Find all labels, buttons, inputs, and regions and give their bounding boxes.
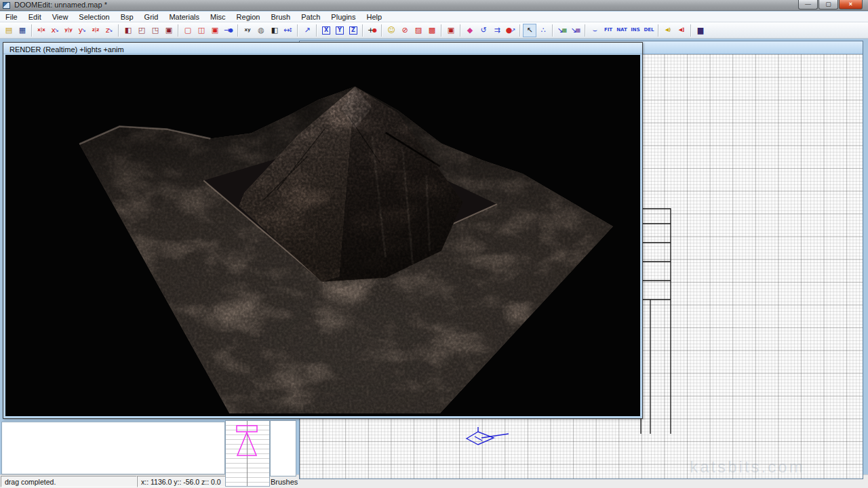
toolbar-paste-face-texture-button[interactable]: ↘▦ xyxy=(569,24,583,37)
toolbar-rotate-z-button[interactable]: z↘ xyxy=(102,24,116,37)
toolbar-open-file-button[interactable]: ▤ xyxy=(2,24,16,37)
toolbar-select-touching-button[interactable]: ▢ xyxy=(181,24,195,37)
render-window-title-bar[interactable]: RENDER (Realtime) +lights +anim xyxy=(3,43,642,54)
z-view-window[interactable] xyxy=(225,420,270,487)
toolbar-csg-merge-button[interactable]: ◰ xyxy=(135,24,149,37)
toolbar-show-angles-button[interactable]: ☺ xyxy=(384,24,398,37)
render-window[interactable]: RENDER (Realtime) +lights +anim xyxy=(3,42,643,419)
toolbar-delete-patch-button[interactable]: DEL xyxy=(642,24,656,37)
menu-grid[interactable]: Grid xyxy=(139,12,164,22)
toolbar-fit-texture-button[interactable]: FIT xyxy=(601,24,615,37)
status-brush-count: Brushes xyxy=(271,478,298,486)
menu-plugins[interactable]: Plugins xyxy=(326,12,361,22)
menu-brush[interactable]: Brush xyxy=(265,12,296,22)
restore-button[interactable]: ▢ xyxy=(818,0,838,9)
toolbar-flip-x-button[interactable]: x|x xyxy=(35,24,48,37)
menu-patch[interactable]: Patch xyxy=(296,12,326,22)
toolbar-axis-y-button[interactable]: Y xyxy=(333,24,347,37)
toolbar-filter-detail-button[interactable]: ▩ xyxy=(425,24,439,37)
menu-view[interactable]: View xyxy=(47,12,74,22)
toolbar-flip-z-button[interactable]: z|z xyxy=(89,24,102,37)
rotate-y-icon-overlay: ↘ xyxy=(81,28,86,33)
toolbar-texture-window-button[interactable]: ▆ xyxy=(694,24,707,37)
drag-patch-points-icon: ⇉ xyxy=(494,26,500,34)
csg-subtract-icon: ◳ xyxy=(152,26,159,34)
menu-edit[interactable]: Edit xyxy=(23,12,47,22)
status-message: drag completed. xyxy=(1,476,137,487)
toolbar-separator xyxy=(585,24,586,37)
sound-properties-icon: ◀] xyxy=(679,28,685,33)
menu-misc[interactable]: Misc xyxy=(205,12,231,22)
menu-file[interactable]: File xyxy=(0,12,23,22)
toolbar-toggle-sound-button[interactable]: ◀) xyxy=(661,24,675,37)
toolbar-camera-preview-button[interactable]: ◧ xyxy=(268,24,281,37)
camera-icon[interactable] xyxy=(461,426,511,450)
inspector-panel[interactable] xyxy=(270,420,296,476)
menu-help[interactable]: Help xyxy=(361,12,387,22)
toolbar-drag-patch-points-button[interactable]: ⇉ xyxy=(490,24,504,37)
toolbar-natural-texture-button[interactable]: NAT xyxy=(615,24,629,37)
toolbar-select-edges-button[interactable]: ∴ xyxy=(536,24,550,37)
menu-selection[interactable]: Selection xyxy=(73,12,115,22)
menu-region[interactable]: Region xyxy=(231,12,266,22)
minimize-button[interactable]: — xyxy=(798,0,818,9)
render-window-title: RENDER (Realtime) +lights +anim xyxy=(3,44,124,55)
toolbar-bend-mode-button[interactable]: ↺ xyxy=(477,24,490,37)
hide-entities-icon: ⊘ xyxy=(401,26,408,34)
toolbar-separator xyxy=(118,24,119,37)
toolbar-save-file-button[interactable]: ▦ xyxy=(16,24,29,37)
toolbar-texture-view-mode-button[interactable]: ◍ xyxy=(254,24,268,37)
toolbar-free-rotation-button[interactable]: ↔↕ xyxy=(281,24,295,37)
toolbar-cap-patch-button[interactable]: ⌣ xyxy=(588,24,601,37)
center-camera-icon-overlay: ● xyxy=(372,28,377,33)
natural-texture-icon: NAT xyxy=(616,28,627,33)
brush-outlines[interactable] xyxy=(640,208,673,434)
window-title: DOOMEdit: unnamed.map * xyxy=(14,1,107,9)
cubic-clip-icon: ▣ xyxy=(448,26,454,34)
console-window[interactable] xyxy=(1,422,225,474)
flip-z-icon: z|z xyxy=(92,28,100,33)
toolbar-select-inside-button[interactable]: ◫ xyxy=(195,24,208,37)
toolbar-flip-y-button[interactable]: y|y xyxy=(62,24,75,37)
menu-bar: FileEditViewSelectionBspGridMaterialsMis… xyxy=(0,12,868,22)
toolbar-axis-x-button[interactable]: X xyxy=(319,24,333,37)
toolbar-separator xyxy=(658,24,659,37)
select-whole-icon: ▣ xyxy=(212,26,218,34)
toolbar-toggle-views-button[interactable]: xy xyxy=(241,24,254,37)
toolbar-cycle-layouts-button[interactable]: ↗ xyxy=(300,24,314,37)
title-bar[interactable]: DOOMEdit: unnamed.map * — ▢ × xyxy=(0,0,868,11)
filter-detail-icon: ▩ xyxy=(429,26,435,34)
toolbar-separator xyxy=(178,24,179,37)
toolbar-csg-subtract-button[interactable]: ◳ xyxy=(149,24,162,37)
camera-preview-icon: ◧ xyxy=(271,26,278,34)
toolbar-insert-patch-button[interactable]: INS xyxy=(629,24,642,37)
toolbar-csg-hollow-button[interactable]: ◧ xyxy=(121,24,135,37)
doomedit-window: DOOMEdit: unnamed.map * — ▢ × FileEditVi… xyxy=(0,0,868,488)
toolbar-separator xyxy=(31,24,33,37)
toolbar-separator xyxy=(690,24,692,37)
toolbar-filter-caulk-button[interactable]: ▨ xyxy=(412,24,425,37)
toolbar-hide-entities-button[interactable]: ⊘ xyxy=(398,24,412,37)
render-scene xyxy=(5,55,640,416)
menu-bsp[interactable]: Bsp xyxy=(115,12,139,22)
texture-view-mode-icon: ◍ xyxy=(258,26,264,34)
delete-patch-icon: DEL xyxy=(644,28,654,33)
toolbar-rotate-y-button[interactable]: y↘ xyxy=(75,24,89,37)
toolbar-simple-patch-button[interactable]: ◆ xyxy=(463,24,477,37)
toolbar-rotate-x-button[interactable]: x↘ xyxy=(48,24,62,37)
toolbar-sound-properties-button[interactable]: ◀] xyxy=(675,24,688,37)
toolbar-clip-selection-button[interactable]: ▣ xyxy=(162,24,176,37)
close-button[interactable]: × xyxy=(839,0,863,9)
toolbar-vertex-mode-button[interactable]: ●↗ xyxy=(504,24,517,37)
z-camera-marker[interactable] xyxy=(226,421,271,487)
render-viewport[interactable] xyxy=(5,55,640,416)
toolbar-select-vertices-button[interactable]: ↖ xyxy=(523,24,536,37)
menu-materials[interactable]: Materials xyxy=(163,12,205,22)
toolbar-cubic-clip-button[interactable]: ▣ xyxy=(444,24,458,37)
toolbar-axis-z-button[interactable]: Z xyxy=(347,24,360,37)
toolbar-center-camera-button[interactable]: +● xyxy=(366,24,379,37)
toolbar-select-whole-button[interactable]: ▣ xyxy=(208,24,222,37)
toolbar-translate-selection-button[interactable]: →● xyxy=(222,24,235,37)
toolbar: ▤▦x|xx↘y|yy↘z|zz↘◧◰◳▣▢◫▣→●xy◍◧↔↕↗XYZ+●☺⊘… xyxy=(0,22,868,39)
toolbar-copy-face-texture-button[interactable]: ↘▦ xyxy=(555,24,569,37)
